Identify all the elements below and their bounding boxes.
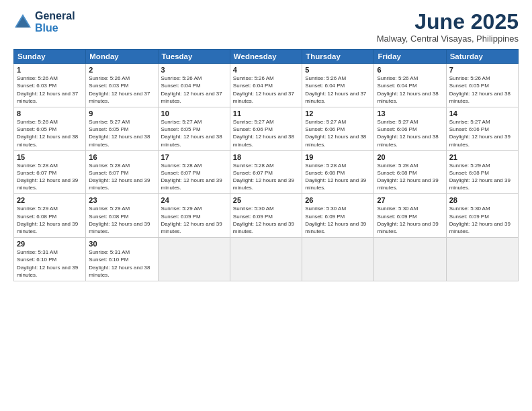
day-info: Sunrise: 5:26 AM Sunset: 6:03 PM Dayligh… — [89, 75, 154, 105]
day-info: Sunrise: 5:30 AM Sunset: 6:09 PM Dayligh… — [449, 205, 515, 235]
day-cell: 29 Sunrise: 5:31 AM Sunset: 6:10 PM Dayl… — [14, 238, 86, 281]
month-title: June 2025 — [377, 10, 519, 34]
day-number: 16 — [89, 153, 154, 161]
logo-text: General Blue — [35, 10, 75, 34]
day-info: Sunrise: 5:26 AM Sunset: 6:05 PM Dayligh… — [17, 118, 83, 148]
day-number: 5 — [305, 66, 371, 74]
day-info: Sunrise: 5:31 AM Sunset: 6:10 PM Dayligh… — [89, 248, 154, 279]
day-number: 9 — [89, 109, 154, 118]
day-cell: 1 Sunrise: 5:26 AM Sunset: 6:03 PM Dayli… — [14, 64, 86, 107]
day-number: 19 — [305, 153, 371, 161]
week-row-3: 15 Sunrise: 5:28 AM Sunset: 6:07 PM Dayl… — [14, 150, 519, 194]
day-info: Sunrise: 5:29 AM Sunset: 6:09 PM Dayligh… — [161, 205, 227, 235]
day-number: 25 — [233, 196, 299, 204]
day-cell: 23 Sunrise: 5:29 AM Sunset: 6:08 PM Dayl… — [86, 194, 158, 238]
day-number: 22 — [17, 196, 83, 204]
day-cell — [302, 238, 374, 281]
day-number: 21 — [449, 153, 515, 161]
day-info: Sunrise: 5:26 AM Sunset: 6:04 PM Dayligh… — [377, 75, 443, 105]
day-cell: 27 Sunrise: 5:30 AM Sunset: 6:09 PM Dayl… — [374, 194, 446, 238]
day-info: Sunrise: 5:29 AM Sunset: 6:08 PM Dayligh… — [17, 205, 83, 235]
day-cell: 17 Sunrise: 5:28 AM Sunset: 6:07 PM Dayl… — [158, 150, 230, 194]
day-cell: 16 Sunrise: 5:28 AM Sunset: 6:07 PM Dayl… — [86, 150, 158, 194]
day-info: Sunrise: 5:30 AM Sunset: 6:09 PM Dayligh… — [377, 205, 443, 235]
day-cell: 7 Sunrise: 5:26 AM Sunset: 6:05 PM Dayli… — [446, 64, 518, 107]
day-number: 14 — [449, 109, 515, 118]
day-cell: 13 Sunrise: 5:27 AM Sunset: 6:06 PM Dayl… — [374, 107, 446, 150]
day-cell: 28 Sunrise: 5:30 AM Sunset: 6:09 PM Dayl… — [446, 194, 518, 238]
day-number: 17 — [161, 153, 227, 161]
day-cell — [158, 238, 230, 281]
day-cell: 20 Sunrise: 5:28 AM Sunset: 6:08 PM Dayl… — [374, 150, 446, 194]
day-number: 4 — [233, 66, 299, 74]
week-row-4: 22 Sunrise: 5:29 AM Sunset: 6:08 PM Dayl… — [14, 194, 519, 238]
day-info: Sunrise: 5:31 AM Sunset: 6:10 PM Dayligh… — [17, 248, 83, 279]
day-info: Sunrise: 5:26 AM Sunset: 6:04 PM Dayligh… — [305, 75, 371, 105]
weekday-header-row: SundayMondayTuesdayWednesdayThursdayFrid… — [14, 50, 519, 64]
day-number: 18 — [233, 153, 299, 161]
day-cell: 9 Sunrise: 5:27 AM Sunset: 6:05 PM Dayli… — [86, 107, 158, 150]
day-info: Sunrise: 5:26 AM Sunset: 6:04 PM Dayligh… — [161, 75, 227, 105]
day-info: Sunrise: 5:27 AM Sunset: 6:05 PM Dayligh… — [161, 118, 227, 148]
day-info: Sunrise: 5:27 AM Sunset: 6:06 PM Dayligh… — [233, 118, 299, 148]
day-number: 6 — [377, 66, 443, 74]
day-cell: 24 Sunrise: 5:29 AM Sunset: 6:09 PM Dayl… — [158, 194, 230, 238]
weekday-header-tuesday: Tuesday — [158, 50, 230, 64]
day-number: 20 — [377, 153, 443, 161]
day-number: 11 — [233, 109, 299, 118]
weekday-header-monday: Monday — [86, 50, 158, 64]
day-info: Sunrise: 5:28 AM Sunset: 6:07 PM Dayligh… — [17, 162, 83, 192]
day-info: Sunrise: 5:28 AM Sunset: 6:07 PM Dayligh… — [89, 162, 154, 192]
day-cell — [230, 238, 302, 281]
day-cell: 30 Sunrise: 5:31 AM Sunset: 6:10 PM Dayl… — [86, 238, 158, 281]
day-cell: 19 Sunrise: 5:28 AM Sunset: 6:08 PM Dayl… — [302, 150, 374, 194]
day-info: Sunrise: 5:30 AM Sunset: 6:09 PM Dayligh… — [233, 205, 299, 235]
day-cell: 10 Sunrise: 5:27 AM Sunset: 6:05 PM Dayl… — [158, 107, 230, 150]
day-cell: 12 Sunrise: 5:27 AM Sunset: 6:06 PM Dayl… — [302, 107, 374, 150]
day-number: 13 — [377, 109, 443, 118]
logo-icon — [13, 13, 32, 32]
day-cell: 15 Sunrise: 5:28 AM Sunset: 6:07 PM Dayl… — [14, 150, 86, 194]
day-cell — [446, 238, 518, 281]
day-cell — [374, 238, 446, 281]
day-cell: 18 Sunrise: 5:28 AM Sunset: 6:07 PM Dayl… — [230, 150, 302, 194]
page: General Blue June 2025 Malway, Central V… — [0, 0, 532, 411]
day-info: Sunrise: 5:26 AM Sunset: 6:05 PM Dayligh… — [449, 75, 515, 105]
day-cell: 21 Sunrise: 5:29 AM Sunset: 6:08 PM Dayl… — [446, 150, 518, 194]
day-cell: 6 Sunrise: 5:26 AM Sunset: 6:04 PM Dayli… — [374, 64, 446, 107]
logo: General Blue — [13, 10, 75, 34]
day-cell: 11 Sunrise: 5:27 AM Sunset: 6:06 PM Dayl… — [230, 107, 302, 150]
day-info: Sunrise: 5:26 AM Sunset: 6:04 PM Dayligh… — [233, 75, 299, 105]
day-number: 3 — [161, 66, 227, 74]
weekday-header-saturday: Saturday — [446, 50, 518, 64]
day-cell: 8 Sunrise: 5:26 AM Sunset: 6:05 PM Dayli… — [14, 107, 86, 150]
day-number: 27 — [377, 196, 443, 204]
day-number: 28 — [449, 196, 515, 204]
day-info: Sunrise: 5:27 AM Sunset: 6:05 PM Dayligh… — [89, 118, 154, 148]
day-number: 15 — [17, 153, 83, 161]
weekday-header-friday: Friday — [374, 50, 446, 64]
day-info: Sunrise: 5:27 AM Sunset: 6:06 PM Dayligh… — [449, 118, 515, 148]
day-cell: 25 Sunrise: 5:30 AM Sunset: 6:09 PM Dayl… — [230, 194, 302, 238]
day-cell: 5 Sunrise: 5:26 AM Sunset: 6:04 PM Dayli… — [302, 64, 374, 107]
day-number: 12 — [305, 109, 371, 118]
location-subtitle: Malway, Central Visayas, Philippines — [377, 34, 519, 44]
week-row-2: 8 Sunrise: 5:26 AM Sunset: 6:05 PM Dayli… — [14, 107, 519, 150]
day-info: Sunrise: 5:30 AM Sunset: 6:09 PM Dayligh… — [305, 205, 371, 235]
day-number: 7 — [449, 66, 515, 74]
day-number: 29 — [17, 240, 83, 248]
day-info: Sunrise: 5:28 AM Sunset: 6:08 PM Dayligh… — [305, 162, 371, 192]
day-number: 10 — [161, 109, 227, 118]
day-number: 8 — [17, 109, 83, 118]
header: General Blue June 2025 Malway, Central V… — [13, 10, 519, 44]
day-number: 23 — [89, 196, 154, 204]
logo-line1: General — [35, 10, 75, 22]
day-cell: 22 Sunrise: 5:29 AM Sunset: 6:08 PM Dayl… — [14, 194, 86, 238]
logo-line2: Blue — [35, 22, 75, 34]
day-number: 30 — [89, 240, 154, 248]
week-row-1: 1 Sunrise: 5:26 AM Sunset: 6:03 PM Dayli… — [14, 64, 519, 107]
day-info: Sunrise: 5:26 AM Sunset: 6:03 PM Dayligh… — [17, 75, 83, 105]
day-info: Sunrise: 5:29 AM Sunset: 6:08 PM Dayligh… — [89, 205, 154, 235]
week-row-5: 29 Sunrise: 5:31 AM Sunset: 6:10 PM Dayl… — [14, 238, 519, 281]
weekday-header-thursday: Thursday — [302, 50, 374, 64]
